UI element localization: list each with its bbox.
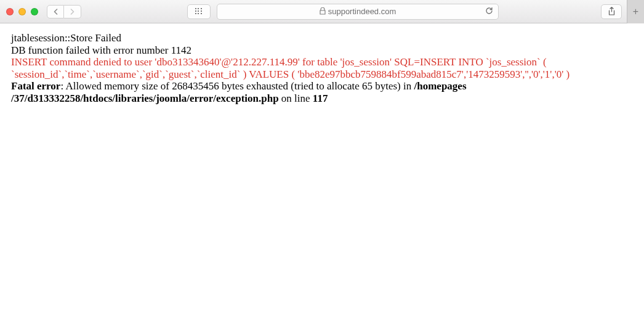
fatal-online: on line <box>279 92 313 104</box>
right-controls: + <box>601 4 638 19</box>
lock-icon <box>320 7 326 16</box>
window-controls <box>6 8 38 15</box>
fatal-line-number: 117 <box>313 92 328 104</box>
page-content: jtablesession::Store Failed DB function … <box>0 23 644 113</box>
share-button[interactable] <box>601 4 622 19</box>
browser-toolbar: supportindeed.com + <box>0 0 644 23</box>
grid-icon <box>195 8 203 15</box>
address-bar[interactable]: supportindeed.com <box>217 4 499 20</box>
error-subtitle: DB function failed with error number 114… <box>11 44 633 57</box>
close-window-icon[interactable] <box>6 8 14 15</box>
forward-button[interactable] <box>64 5 81 18</box>
sql-error: INSERT command denied to user 'dbo313343… <box>11 56 633 80</box>
zoom-window-icon[interactable] <box>31 8 38 15</box>
url-text: supportindeed.com <box>328 7 396 16</box>
share-icon <box>608 7 616 16</box>
chevron-right-icon <box>70 9 75 15</box>
minimize-window-icon[interactable] <box>18 8 26 15</box>
fatal-error-line: Fatal error: Allowed memory size of 2684… <box>11 80 633 104</box>
reload-button[interactable] <box>485 7 493 17</box>
address-group: supportindeed.com <box>187 4 499 20</box>
nav-buttons <box>47 5 81 18</box>
plus-icon: + <box>633 6 638 17</box>
top-sites-button[interactable] <box>187 4 211 19</box>
fatal-mid: : Allowed memory size of 268435456 bytes… <box>60 80 414 92</box>
fatal-label: Fatal error <box>11 80 60 92</box>
chevron-left-icon <box>53 9 58 15</box>
address-content: supportindeed.com <box>320 7 396 16</box>
back-button[interactable] <box>47 5 64 18</box>
error-title: jtablesession::Store Failed <box>11 32 633 44</box>
new-tab-button[interactable]: + <box>627 0 644 23</box>
